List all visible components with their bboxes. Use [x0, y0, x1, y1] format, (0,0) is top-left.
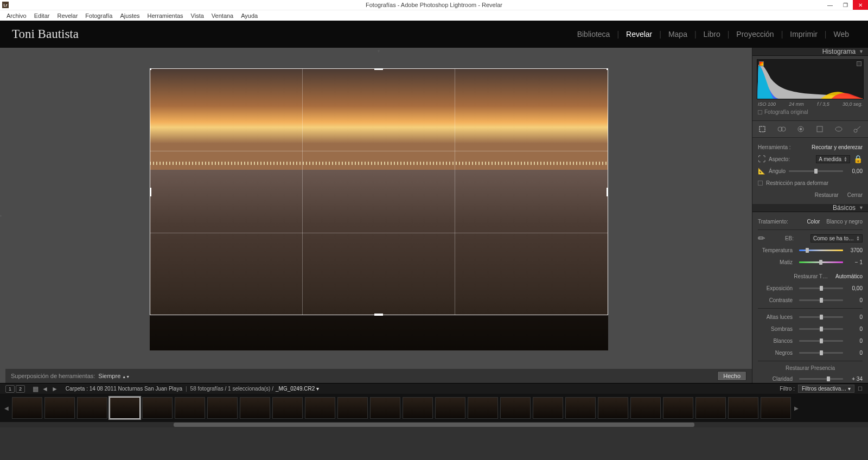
- angle-ruler-icon[interactable]: 📐: [758, 168, 765, 175]
- nav-forward-icon[interactable]: ►: [52, 385, 58, 393]
- filter-dropdown[interactable]: Filtros desactiva… ▾: [798, 385, 854, 393]
- filmstrip-thumb[interactable]: [663, 397, 693, 419]
- wb-dropdown[interactable]: Como se ha to…▲▼: [810, 234, 863, 242]
- lock-icon[interactable]: 🔒: [853, 155, 863, 163]
- basics-header[interactable]: Básicos ▼: [752, 204, 868, 212]
- graduated-filter-icon[interactable]: [814, 124, 826, 134]
- angle-value[interactable]: 0,00: [846, 168, 863, 174]
- whites-value[interactable]: 0: [846, 338, 863, 344]
- highlights-value[interactable]: 0: [846, 314, 863, 320]
- filmstrip-thumb[interactable]: [142, 397, 173, 419]
- menu-revelar[interactable]: Revelar: [54, 11, 81, 20]
- menu-ajustes[interactable]: Ajustes: [117, 11, 143, 20]
- filmstrip-thumb[interactable]: [598, 397, 628, 419]
- filmstrip-thumb[interactable]: [728, 397, 758, 419]
- grid-view-icon[interactable]: ▦: [33, 385, 39, 393]
- filmstrip-thumb[interactable]: [272, 397, 303, 419]
- original-photo-toggle[interactable]: Fotografía original: [757, 108, 864, 118]
- radial-filter-icon[interactable]: [833, 124, 845, 134]
- close-button[interactable]: ✕: [853, 0, 868, 10]
- filmstrip-thumb[interactable]: [761, 397, 791, 419]
- temp-value[interactable]: 3700: [846, 247, 863, 253]
- window-nav-2[interactable]: 2: [16, 385, 25, 393]
- filmstrip-thumb[interactable]: [370, 397, 400, 419]
- filmstrip-thumb[interactable]: [533, 397, 563, 419]
- tint-slider[interactable]: [799, 261, 843, 263]
- window-nav-1[interactable]: 1: [5, 385, 15, 393]
- shadows-slider[interactable]: [799, 328, 843, 330]
- filmstrip-thumb[interactable]: [207, 397, 238, 419]
- module-revelar[interactable]: Revelar: [619, 30, 659, 39]
- filmstrip-thumb[interactable]: [500, 397, 531, 419]
- nav-back-icon[interactable]: ◄: [42, 385, 48, 393]
- maximize-button[interactable]: ❐: [838, 0, 853, 10]
- redeye-tool-icon[interactable]: [795, 124, 807, 134]
- aspect-dropdown[interactable]: A medida▲▼: [816, 155, 850, 163]
- crop-handle-e[interactable]: [607, 188, 608, 196]
- crop-handle-ne[interactable]: [607, 68, 608, 70]
- menu-vista[interactable]: Vista: [188, 11, 207, 20]
- scrollbar-thumb[interactable]: [174, 423, 694, 427]
- menu-editar[interactable]: Editar: [31, 11, 53, 20]
- left-panel-toggle-icon[interactable]: ▶: [0, 213, 2, 218]
- checkbox-icon[interactable]: [758, 110, 762, 114]
- filmstrip-thumb[interactable]: [110, 397, 140, 419]
- shadows-value[interactable]: 0: [846, 326, 863, 332]
- spot-removal-icon[interactable]: [776, 124, 788, 134]
- canvas-viewport[interactable]: [5, 50, 752, 369]
- collapse-icon[interactable]: ▼: [859, 49, 864, 54]
- module-biblioteca[interactable]: Biblioteca: [570, 30, 617, 39]
- treatment-color[interactable]: Color: [807, 219, 820, 225]
- filmstrip-thumb[interactable]: [468, 397, 498, 419]
- filmstrip-thumb[interactable]: [565, 397, 596, 419]
- restore-tone-link[interactable]: Restaurar T…: [794, 273, 828, 279]
- exposure-slider[interactable]: [799, 288, 843, 289]
- highlight-clipping-icon[interactable]: [857, 61, 861, 66]
- filmstrip-thumb[interactable]: [240, 397, 270, 419]
- crop-overlay[interactable]: [150, 68, 608, 315]
- filmstrip-thumb[interactable]: [695, 397, 726, 419]
- filename[interactable]: _MG_0249.CR2 ▾: [276, 386, 319, 392]
- menu-archivo[interactable]: Archivo: [3, 11, 30, 20]
- restore-presence-label[interactable]: Restaurar Presencia: [758, 363, 863, 373]
- module-mapa[interactable]: Mapa: [661, 30, 694, 39]
- angle-slider[interactable]: [789, 170, 843, 172]
- photo-preview[interactable]: [150, 68, 608, 350]
- filmstrip-thumb[interactable]: [77, 397, 107, 419]
- collapse-icon[interactable]: ▼: [859, 205, 864, 210]
- filter-lock-icon[interactable]: ☐: [858, 386, 863, 392]
- filmstrip-thumb[interactable]: [630, 397, 661, 419]
- crop-handle-n[interactable]: [374, 68, 383, 70]
- module-imprimir[interactable]: Imprimir: [783, 30, 825, 39]
- module-web[interactable]: Web: [826, 30, 856, 39]
- filmstrip-thumb[interactable]: [175, 397, 205, 419]
- filmstrip-thumb[interactable]: [337, 397, 368, 419]
- filmstrip-left-arrow[interactable]: ◀: [3, 405, 10, 411]
- filmstrip-scrollbar[interactable]: [0, 422, 868, 427]
- filmstrip-thumb[interactable]: [305, 397, 335, 419]
- tool-overlay-dropdown[interactable]: Siempre ▲▼: [98, 373, 130, 379]
- tint-value[interactable]: − 1: [846, 259, 863, 265]
- folder-path[interactable]: Carpeta : 14 08 2011 Nocturnas San Juan …: [66, 386, 182, 392]
- filmstrip-thumb[interactable]: [44, 397, 75, 419]
- exposure-value[interactable]: 0,00: [846, 285, 863, 291]
- minimize-button[interactable]: —: [822, 0, 838, 10]
- histogram-header[interactable]: Histograma ▼: [752, 48, 868, 56]
- module-proyeccion[interactable]: Proyección: [729, 30, 781, 39]
- highlights-slider[interactable]: [799, 316, 843, 318]
- crop-handle-s[interactable]: [374, 314, 383, 316]
- filmstrip-right-arrow[interactable]: ▶: [793, 405, 800, 411]
- menu-ventana[interactable]: Ventana: [208, 11, 237, 20]
- adjustment-brush-icon[interactable]: [852, 124, 864, 134]
- treatment-bw[interactable]: Blanco y negro: [826, 219, 863, 225]
- crop-frame-icon[interactable]: ⛶: [758, 155, 765, 163]
- auto-link[interactable]: Automático: [835, 273, 863, 279]
- menu-fotografia[interactable]: Fotografía: [82, 11, 116, 20]
- contrast-slider[interactable]: [799, 299, 843, 301]
- crop-handle-nw[interactable]: [150, 68, 151, 70]
- clarity-slider[interactable]: [799, 378, 843, 380]
- shadow-clipping-icon[interactable]: [759, 61, 764, 66]
- done-button[interactable]: Hecho: [717, 371, 746, 381]
- contrast-value[interactable]: 0: [846, 297, 863, 303]
- filmstrip-thumb[interactable]: [403, 397, 433, 419]
